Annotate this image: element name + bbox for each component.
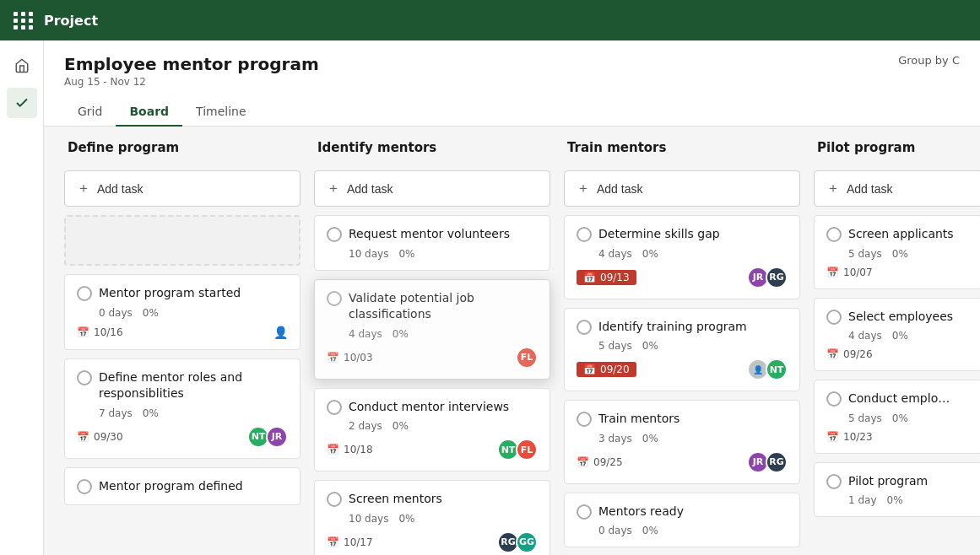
task-days: 5 days: [848, 248, 882, 260]
task-avatars: NT JR: [247, 426, 288, 448]
task-title: Mentors ready: [598, 504, 788, 520]
task-date-overdue: 📅 09/13: [577, 270, 636, 285]
task-checkbox[interactable]: [826, 391, 842, 407]
task-progress: 0%: [393, 420, 409, 432]
task-card[interactable]: Mentor program started 0 days 0% 📅 10/16…: [64, 274, 300, 350]
task-card[interactable]: Conduct mentor interviews 2 days 0% 📅 10…: [314, 388, 550, 472]
task-checkbox[interactable]: [327, 400, 342, 415]
task-days: 0 days: [99, 307, 133, 319]
task-card[interactable]: Pilot program 1 day 0%: [814, 462, 980, 518]
task-title: Select employees: [848, 309, 970, 326]
board-area: Define program ＋ Add task Mentor program…: [44, 127, 980, 555]
sidebar-item-check[interactable]: [7, 88, 37, 118]
main-content: Employee mentor program Aug 15 - Nov 12 …: [44, 40, 980, 555]
add-task-button-define[interactable]: ＋ Add task: [64, 170, 300, 207]
task-card[interactable]: Conduct emplo… 5 days 0% 📅 10/23: [814, 380, 980, 454]
sidebar-item-home[interactable]: [7, 51, 37, 81]
task-checkbox[interactable]: [77, 286, 92, 301]
task-progress: 0%: [642, 248, 658, 260]
task-checkbox[interactable]: [577, 227, 592, 242]
column-train-mentors: Train mentors ＋ Add task Determine skill…: [564, 140, 800, 542]
task-card[interactable]: Request mentor volunteers 10 days 0%: [314, 215, 550, 271]
task-date: 📅 10/07: [826, 267, 873, 278]
task-card[interactable]: Screen mentors 10 days 0% 📅 10/17 RG: [314, 480, 550, 555]
column-identify-mentors: Identify mentors ＋ Add task Request ment…: [314, 140, 550, 542]
task-avatars: FL: [516, 347, 538, 369]
task-card[interactable]: Select employees 4 days 0% 📅 09/26: [814, 298, 980, 372]
task-card[interactable]: Screen applicants 5 days 0% 📅 10/07: [814, 215, 980, 289]
task-avatars: RG GG: [497, 531, 538, 553]
task-card[interactable]: Mentor program defined: [64, 467, 300, 506]
tab-grid[interactable]: Grid: [64, 98, 116, 127]
avatar: JR: [266, 426, 288, 448]
task-checkbox[interactable]: [577, 320, 592, 335]
task-progress: 0%: [642, 340, 658, 352]
task-title: Screen applicants: [848, 226, 970, 243]
task-checkbox[interactable]: [826, 474, 842, 489]
project-title: Employee mentor program: [64, 54, 319, 74]
task-date: 📅 10/18: [327, 444, 373, 455]
calendar-icon: 📅: [826, 348, 839, 360]
app-launcher-icon[interactable]: [14, 12, 34, 30]
column-header-train: Train mentors: [564, 140, 800, 162]
task-days: 10 days: [349, 513, 388, 525]
task-checkbox[interactable]: [577, 412, 592, 427]
task-date-overdue: 📅 09/20: [577, 362, 636, 377]
task-checkbox[interactable]: [77, 479, 92, 494]
column-header-define: Define program: [64, 140, 300, 162]
calendar-icon: 📅: [77, 326, 89, 338]
task-title: Pilot program: [848, 473, 970, 490]
task-title: Determine skills gap: [598, 226, 788, 243]
assign-icon[interactable]: 👤: [273, 326, 288, 339]
group-by-label[interactable]: Group by C: [898, 54, 960, 75]
plus-icon: ＋: [577, 180, 590, 197]
tab-timeline[interactable]: Timeline: [182, 98, 260, 127]
task-progress: 0%: [892, 248, 908, 260]
task-date: 📅 10/23: [826, 431, 873, 443]
task-days: 4 days: [598, 248, 632, 260]
plus-icon: ＋: [327, 180, 340, 197]
task-checkbox[interactable]: [327, 492, 342, 507]
calendar-icon: 📅: [577, 456, 589, 468]
column-header-identify: Identify mentors: [314, 140, 550, 162]
task-days: 4 days: [349, 328, 382, 340]
task-checkbox[interactable]: [327, 291, 342, 306]
avatar: FL: [516, 347, 538, 369]
task-title: Train mentors: [598, 411, 788, 428]
add-task-button-train[interactable]: ＋ Add task: [564, 170, 800, 207]
tab-board[interactable]: Board: [116, 98, 182, 127]
task-title: Screen mentors: [349, 491, 538, 508]
task-card[interactable]: Define mentor roles and responsiblities …: [64, 358, 300, 459]
calendar-icon: 📅: [77, 431, 89, 443]
task-days: 0 days: [598, 525, 632, 536]
task-title: Validate potential job classifications: [349, 290, 538, 323]
add-task-button-identify[interactable]: ＋ Add task: [314, 170, 550, 207]
add-task-button-pilot[interactable]: ＋ Add task: [814, 170, 980, 207]
view-tabs: Grid Board Timeline: [64, 98, 960, 126]
task-card[interactable]: Mentors ready 0 days 0%: [564, 493, 800, 548]
column-pilot-program: Pilot program ＋ Add task Screen applican…: [814, 140, 980, 542]
task-date: 📅 10/03: [327, 352, 373, 364]
task-checkbox[interactable]: [577, 504, 592, 520]
task-card[interactable]: Determine skills gap 4 days 0% 📅 09/13 J…: [564, 215, 800, 299]
task-card[interactable]: Identify training program 5 days 0% 📅 09…: [564, 308, 800, 392]
task-card-dragging[interactable]: Validate potential job classifications 4…: [314, 279, 550, 380]
task-checkbox[interactable]: [77, 370, 92, 385]
task-title: Conduct emplo…: [848, 391, 970, 407]
calendar-icon: 📅: [327, 536, 339, 548]
task-date: 📅 09/25: [577, 456, 623, 468]
task-checkbox[interactable]: [826, 310, 842, 325]
task-checkbox[interactable]: [327, 227, 342, 242]
task-checkbox[interactable]: [826, 227, 842, 242]
task-progress: 0%: [887, 494, 903, 506]
top-bar: Project: [0, 0, 980, 40]
avatar: GG: [516, 531, 538, 553]
task-days: 10 days: [349, 248, 388, 260]
task-card[interactable]: Train mentors 3 days 0% 📅 09/25 JR R: [564, 400, 800, 484]
task-days: 4 days: [848, 330, 882, 342]
task-progress: 0%: [393, 328, 409, 340]
calendar-icon: 📅: [826, 431, 839, 443]
task-title: Request mentor volunteers: [349, 226, 538, 243]
task-title: Mentor program started: [99, 285, 288, 302]
column-define-program: Define program ＋ Add task Mentor program…: [64, 140, 300, 542]
